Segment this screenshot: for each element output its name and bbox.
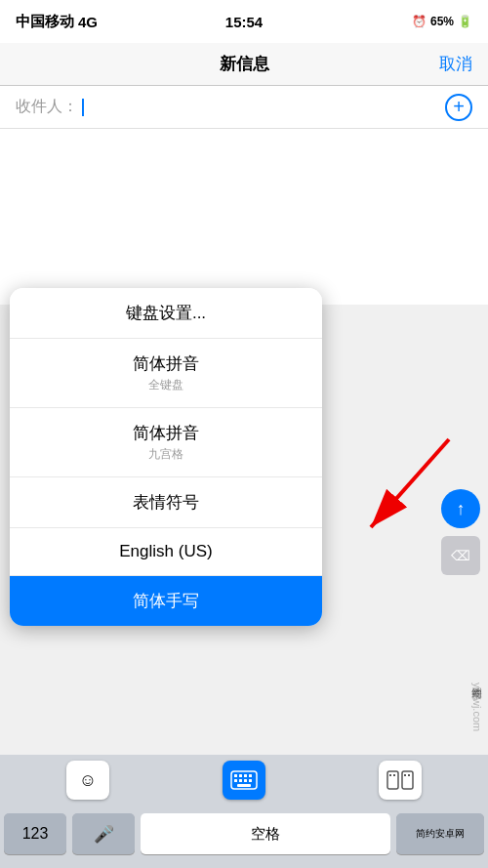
menu-item-simplified-pinyin-full[interactable]: 简体拼音 全键盘	[10, 339, 322, 408]
split-keyboard-button[interactable]	[379, 761, 422, 800]
svg-rect-11	[237, 784, 251, 787]
menu-item-emoji[interactable]: 表情符号	[10, 477, 322, 528]
keyboard-bottom-row: 123 🎤 空格 简约安卓网	[4, 813, 484, 854]
svg-rect-4	[239, 774, 242, 777]
svg-rect-9	[244, 779, 247, 782]
keyboard-container: ☺	[0, 755, 488, 868]
return-key-label: 简约安卓网	[416, 827, 465, 841]
emoji-keyboard-button[interactable]: ☺	[66, 761, 109, 800]
keyboard-context-menu: 键盘设置... 简体拼音 全键盘 简体拼音 九宫格 表情符号 English (…	[10, 288, 322, 626]
cancel-button[interactable]: 取消	[439, 53, 472, 75]
full-keyboard-button[interactable]	[223, 761, 265, 800]
svg-rect-12	[387, 771, 398, 789]
text-cursor	[82, 99, 84, 116]
svg-rect-8	[239, 779, 242, 782]
svg-rect-17	[408, 774, 410, 776]
recipient-label: 收件人：	[16, 97, 78, 117]
menu-item-label: 键盘设置...	[126, 304, 206, 322]
menu-item-sublabel: 九宫格	[29, 446, 303, 463]
svg-rect-14	[389, 774, 391, 776]
send-button[interactable]: ↑	[441, 489, 480, 528]
watermark: 简约安卓网 yiizwj.com	[469, 680, 484, 731]
microphone-icon: 🎤	[94, 824, 114, 845]
svg-rect-13	[402, 771, 413, 789]
menu-item-label: 简体手写	[133, 592, 199, 610]
space-key[interactable]: 空格	[141, 813, 390, 854]
menu-item-label: 简体拼音	[133, 424, 199, 442]
add-recipient-button[interactable]: +	[445, 94, 472, 121]
svg-rect-3	[234, 774, 237, 777]
number-key[interactable]: 123	[4, 813, 66, 854]
message-area[interactable]	[0, 129, 488, 305]
menu-item-sublabel: 全键盘	[29, 377, 303, 393]
alarm-icon: ⏰	[412, 15, 427, 28]
carrier-label: 中国移动	[16, 13, 74, 31]
menu-item-english-us[interactable]: English (US)	[10, 528, 322, 576]
menu-item-label: English (US)	[119, 542, 212, 560]
network-label: 4G	[78, 14, 98, 30]
battery-label: 65%	[430, 15, 454, 28]
keyboard-side-buttons: ↑ ⌫	[441, 489, 480, 575]
recipient-row[interactable]: 收件人： +	[0, 86, 488, 129]
menu-item-label: 简体拼音	[133, 354, 199, 373]
battery-icon: 🔋	[458, 15, 472, 28]
svg-rect-6	[249, 774, 252, 777]
return-key[interactable]: 简约安卓网	[396, 813, 484, 854]
keyboard-main: 123 🎤 空格 简约安卓网	[0, 806, 488, 868]
status-left: 中国移动 4G	[16, 13, 98, 31]
svg-rect-16	[404, 774, 406, 776]
nav-title: 新信息	[220, 53, 269, 75]
status-right: ⏰ 65% 🔋	[412, 15, 472, 28]
status-bar: 中国移动 4G 15:54 ⏰ 65% 🔋	[0, 0, 488, 43]
delete-button[interactable]: ⌫	[441, 536, 480, 575]
menu-item-simplified-pinyin-nine[interactable]: 简体拼音 九宫格	[10, 408, 322, 477]
svg-line-1	[371, 439, 449, 527]
nav-bar: 新信息 取消	[0, 43, 488, 86]
menu-item-simplified-handwriting[interactable]: 简体手写	[10, 576, 322, 626]
svg-rect-5	[244, 774, 247, 777]
menu-item-keyboard-settings[interactable]: 键盘设置...	[10, 288, 322, 339]
status-time: 15:54	[225, 14, 263, 30]
keyboard-switcher-bar: ☺	[0, 755, 488, 806]
svg-rect-7	[234, 779, 237, 782]
microphone-key[interactable]: 🎤	[72, 813, 135, 854]
svg-rect-10	[249, 779, 252, 782]
menu-item-label: 表情符号	[133, 493, 199, 512]
svg-rect-15	[393, 774, 395, 776]
